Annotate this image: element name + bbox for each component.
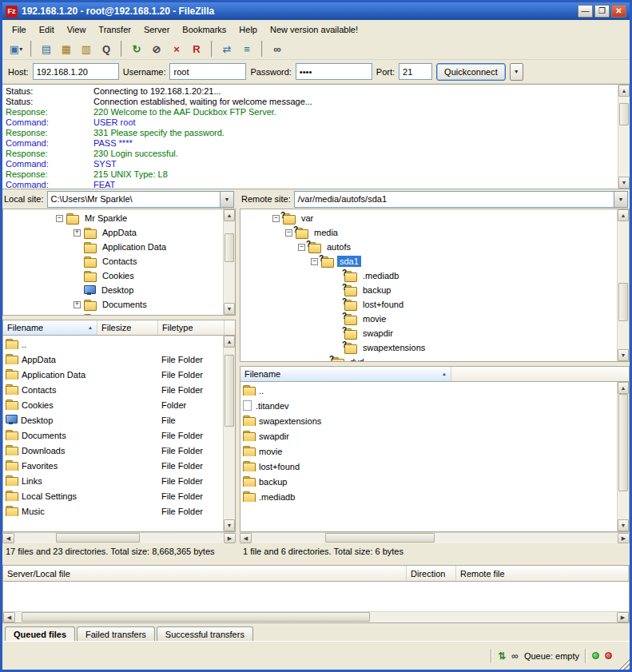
scroll-right-icon[interactable] bbox=[224, 533, 236, 543]
file-row[interactable]: .. bbox=[3, 336, 223, 352]
scrollbar-thumb[interactable] bbox=[56, 533, 140, 543]
collapse-icon[interactable] bbox=[56, 215, 63, 222]
scrollbar-thumb[interactable] bbox=[619, 103, 629, 125]
close-button[interactable]: ✕ bbox=[611, 5, 626, 18]
menu-new-version[interactable]: New version available! bbox=[264, 22, 364, 37]
scroll-down-icon[interactable] bbox=[618, 349, 629, 361]
menu-edit[interactable]: Edit bbox=[33, 22, 61, 37]
quickconnect-button[interactable]: Quickconnect bbox=[436, 63, 506, 81]
file-row[interactable]: movie bbox=[240, 443, 617, 459]
file-row[interactable]: ContactsFile Folder bbox=[3, 382, 223, 397]
queue-list-area[interactable] bbox=[3, 582, 629, 611]
site-manager-dropdown-icon[interactable]: ▾ bbox=[19, 46, 22, 53]
file-row[interactable]: MusicFile Folder bbox=[3, 503, 223, 519]
host-input[interactable] bbox=[33, 63, 119, 80]
tree-item-selected[interactable]: sda1 bbox=[240, 254, 617, 268]
refresh-button[interactable]: ↻ bbox=[127, 40, 146, 58]
toggle-remote-tree-button[interactable]: ▥ bbox=[77, 40, 96, 58]
scrollbar-thumb[interactable] bbox=[618, 394, 628, 491]
log-vertical-scrollbar[interactable] bbox=[618, 85, 630, 189]
tree-item[interactable]: Application Data bbox=[3, 240, 223, 254]
local-list-vertical-scrollbar[interactable] bbox=[223, 336, 235, 531]
scrollbar-thumb[interactable] bbox=[325, 533, 435, 543]
menu-transfer[interactable]: Transfer bbox=[92, 22, 137, 37]
remote-site-value[interactable]: /var/media/autofs/sda1 bbox=[295, 194, 614, 204]
scroll-up-icon[interactable] bbox=[618, 382, 629, 394]
menu-file[interactable]: File bbox=[6, 22, 33, 37]
file-row[interactable]: backup bbox=[240, 474, 617, 489]
tree-item[interactable]: Mr Sparkle bbox=[3, 211, 223, 225]
speed-limits-icon[interactable]: ⇅ bbox=[498, 650, 506, 662]
menu-server[interactable]: Server bbox=[137, 22, 176, 37]
collapse-icon[interactable] bbox=[311, 258, 318, 265]
tree-item[interactable]: Desktop bbox=[3, 283, 223, 297]
scroll-up-icon[interactable] bbox=[224, 209, 235, 221]
remote-site-combobox[interactable]: /var/media/autofs/sda1 bbox=[294, 191, 628, 208]
file-row[interactable]: .titandev bbox=[240, 398, 617, 413]
tree-item[interactable]: lost+found bbox=[240, 297, 617, 312]
scroll-up-icon[interactable] bbox=[224, 336, 235, 348]
local-site-value[interactable]: C:\Users\Mr Sparkle\ bbox=[48, 194, 220, 204]
scroll-up-icon[interactable] bbox=[618, 209, 629, 221]
toggle-message-log-button[interactable]: ▤ bbox=[37, 40, 56, 58]
title-bar[interactable]: Fz 192.168.1.20 - root@192.168.1.20 - Fi… bbox=[2, 2, 630, 20]
toggle-queue-button[interactable]: Q bbox=[97, 40, 116, 58]
column-header-filesize[interactable]: Filesize bbox=[97, 320, 158, 335]
tab-successful-transfers[interactable]: Successful transfers bbox=[157, 626, 253, 641]
tab-failed-transfers[interactable]: Failed transfers bbox=[77, 626, 155, 641]
tree-item[interactable]: Contacts bbox=[3, 254, 223, 268]
find-files-button[interactable]: ∞ bbox=[268, 40, 287, 58]
column-header-remote-file[interactable]: Remote file bbox=[456, 566, 629, 581]
file-row[interactable]: CookiesFolder bbox=[3, 397, 223, 412]
password-input[interactable] bbox=[296, 63, 372, 80]
combo-dropdown-icon[interactable] bbox=[614, 192, 627, 207]
file-row[interactable]: Local SettingsFile Folder bbox=[3, 488, 223, 503]
column-header-direction[interactable]: Direction bbox=[407, 566, 456, 581]
toggle-local-tree-button[interactable]: ▦ bbox=[57, 40, 76, 58]
tree-item[interactable]: backup bbox=[240, 283, 617, 297]
resize-grip[interactable] bbox=[618, 658, 630, 670]
file-row[interactable]: AppDataFile Folder bbox=[3, 352, 223, 367]
column-header-server-local-file[interactable]: Server/Local file bbox=[3, 566, 407, 581]
site-manager-button[interactable]: ▣▾ bbox=[6, 40, 26, 58]
quickconnect-dropdown-button[interactable]: ▼ bbox=[510, 63, 523, 81]
tree-item[interactable]: movie bbox=[240, 312, 617, 326]
queue-horizontal-scrollbar[interactable] bbox=[3, 611, 629, 622]
minimize-button[interactable]: — bbox=[578, 5, 593, 18]
port-input[interactable] bbox=[399, 63, 432, 80]
username-input[interactable] bbox=[169, 63, 246, 80]
file-row[interactable]: swapextensions bbox=[240, 413, 617, 428]
tab-queued-files[interactable]: Queued files bbox=[5, 626, 75, 641]
disconnect-button[interactable]: ⊘ bbox=[147, 40, 166, 58]
expand-icon[interactable] bbox=[74, 301, 81, 308]
menu-view[interactable]: View bbox=[61, 22, 93, 37]
remote-list-horizontal-scrollbar[interactable] bbox=[240, 532, 630, 543]
file-row[interactable]: .. bbox=[240, 383, 617, 398]
directory-comparison-button[interactable]: ⇄ bbox=[217, 40, 237, 58]
local-tree-vertical-scrollbar[interactable] bbox=[223, 209, 235, 315]
column-header-filename[interactable]: Filename bbox=[3, 320, 97, 335]
file-row[interactable]: Application DataFile Folder bbox=[3, 367, 223, 382]
local-site-combobox[interactable]: C:\Users\Mr Sparkle\ bbox=[47, 191, 234, 208]
tree-item[interactable]: dvd bbox=[240, 355, 617, 361]
local-list-horizontal-scrollbar[interactable] bbox=[2, 532, 236, 543]
remote-list-vertical-scrollbar[interactable] bbox=[617, 382, 629, 531]
tree-item[interactable]: Downloads bbox=[3, 312, 223, 315]
tree-item[interactable]: swapextensions bbox=[240, 340, 617, 355]
scroll-left-icon[interactable] bbox=[2, 533, 14, 543]
scrollbar-thumb[interactable] bbox=[22, 612, 371, 622]
column-header-filename[interactable]: Filename bbox=[240, 367, 451, 381]
scrollbar-thumb[interactable] bbox=[618, 283, 628, 321]
file-row[interactable]: .mediadb bbox=[240, 489, 617, 504]
maximize-button[interactable]: ❐ bbox=[594, 5, 610, 18]
file-row[interactable]: DownloadsFile Folder bbox=[3, 443, 223, 458]
scroll-down-icon[interactable] bbox=[618, 177, 630, 189]
scroll-down-icon[interactable] bbox=[224, 519, 235, 531]
scroll-down-icon[interactable] bbox=[618, 519, 629, 531]
file-row[interactable]: lost+found bbox=[240, 459, 617, 474]
menu-help[interactable]: Help bbox=[233, 22, 264, 37]
menu-bookmarks[interactable]: Bookmarks bbox=[176, 22, 233, 37]
tree-item[interactable]: Cookies bbox=[3, 268, 223, 283]
file-row[interactable]: FavoritesFile Folder bbox=[3, 458, 223, 473]
tree-item[interactable]: Documents bbox=[3, 297, 223, 312]
